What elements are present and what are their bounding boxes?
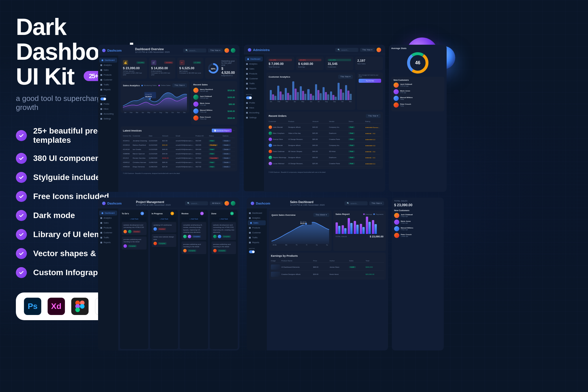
quick-sales-controls: This Week ▾ [313, 213, 329, 217]
sales-report-legend: Earnings Payments [363, 213, 383, 215]
try-it-btn[interactable]: Try it for free [359, 79, 381, 83]
recent-sales-title: Recent Sales [193, 83, 235, 86]
details-btn-4[interactable]: Details › [222, 153, 231, 155]
kanban-board: To Do's + ··· + Add Task website develop… [118, 208, 239, 350]
sidebar-reports[interactable]: Reports [98, 87, 118, 92]
dash2-stat1-badge: -11.24% [269, 59, 292, 61]
dash3-nav-sales[interactable]: Sales [98, 220, 118, 225]
dash3-nav-reports[interactable]: Reports [98, 240, 118, 245]
dash2-charts-area: Customer Analytics This Year ▾ [266, 72, 383, 110]
dash2-nav-inbox[interactable]: Inbox [244, 105, 264, 110]
dash4-search[interactable]: 🔍search... [344, 201, 368, 205]
dash4-nav-analytics[interactable]: Analytics [247, 215, 267, 220]
dash4-nav-dashboard[interactable]: Dashboard [247, 211, 267, 215]
ca-year-btn[interactable]: This Year ▾ [338, 75, 353, 79]
dash2-nav-settings[interactable]: Settings [244, 115, 264, 120]
details-btn-6[interactable]: Details › [222, 162, 231, 163]
dash1-footer: © 2020 Dashcom · Beautiful UI components… [121, 171, 237, 175]
recent-orders-table: Recent Orders This Year ▾ Customer Produ… [266, 112, 383, 169]
quick-sales-chart: Quick Sales Overview This Week ▾ [269, 211, 332, 251]
dash2-nav-reports[interactable]: Reports [244, 86, 264, 91]
details-btn-3[interactable]: Details › [222, 149, 231, 150]
add-task-review[interactable]: + Add Task [181, 217, 206, 221]
inprogress-title: In Progress [152, 213, 163, 215]
sidebar-dashboard[interactable]: Dashboard [99, 58, 117, 63]
ca-title: Customer Analytics [269, 76, 290, 78]
dash2-nav-analytics[interactable]: Analytics [244, 61, 264, 66]
new-customer-2: Marie Jones2 hrs ago [394, 89, 442, 94]
sidebar-customer[interactable]: Customer [98, 77, 118, 82]
details-btn-5[interactable]: Details › [222, 157, 231, 159]
notif-toggle[interactable] [100, 97, 106, 100]
orders-filter[interactable]: This Year ▾ [366, 114, 381, 118]
recent-sales-panel: Recent Sales Henry RashfordFew sec ago $… [191, 81, 237, 125]
dash3-nav-customer[interactable]: Customer [98, 230, 118, 235]
sales-report-bars [336, 217, 383, 234]
customer-analytics-chart: Customer Analytics This Year ▾ [266, 72, 355, 110]
dash1-year-btn[interactable]: This Year ▾ [208, 48, 223, 52]
sales-icon: 💰 [123, 60, 128, 65]
dash4-nav-reports[interactable]: Reports [247, 240, 267, 245]
this-week-btn[interactable]: This Week ▾ [313, 213, 329, 217]
sidebar-traffic[interactable]: Traffic [98, 82, 118, 87]
svg-point-4 [80, 304, 85, 309]
sidebar-settings[interactable]: Settings [98, 116, 118, 121]
dash3-nav-dashboard[interactable]: Dashboard [99, 211, 117, 215]
dash2-notif-toggle[interactable] [246, 96, 252, 99]
dash4b-customer-1: Jack Childwall2 days ago [394, 213, 441, 218]
check-icon-4 [16, 191, 27, 202]
dash2-search[interactable]: 🔍search... [335, 48, 358, 52]
dash2-nav-products[interactable]: Products [244, 71, 264, 76]
dash4-nav-sales[interactable]: Sales [248, 220, 266, 225]
dash2-nav-dashboard[interactable]: Dashboard [245, 57, 263, 61]
add-task-done[interactable]: + Add Task [211, 217, 236, 221]
sidebar-products[interactable]: Products [98, 72, 118, 77]
dash2-nav-sales[interactable]: Sales [244, 66, 264, 71]
dashboard-panel-2b: Average Stats 46 New Customers Jack Chil… [389, 45, 447, 192]
dash2-main: -11.24% $ 7,090.00 Total Revenue -28.96%… [264, 54, 385, 191]
sidebar-sales[interactable]: Sales [98, 67, 118, 72]
check-icon-5 [16, 210, 27, 221]
dash3-search[interactable]: 🔍search... [185, 201, 208, 205]
dash2-nav-accounting[interactable]: Accounting [244, 110, 264, 115]
dashboard-panel-3: Dashcom Project Management 12:15 PM at 1… [98, 198, 239, 350]
dash4-nav-products[interactable]: Products [247, 225, 267, 230]
marketing-card: 68% Marketing goal for the past year $ 4… [205, 58, 237, 79]
sidebar-accounting[interactable]: Accounting [98, 111, 118, 116]
details-btn-1[interactable]: Details › [222, 140, 231, 142]
dash4-nav-customer[interactable]: Customer [247, 230, 267, 235]
sidebar-profile[interactable]: Profile [98, 102, 118, 106]
earnings-row-2: Creative Designer eBook $29.00 Kevin Her… [271, 271, 384, 278]
dash3-nav-analytics[interactable]: Analytics [98, 215, 118, 220]
card2-avatar [123, 244, 127, 248]
dash3-nav-traffic[interactable]: Traffic [98, 235, 118, 240]
sidebar-analytics[interactable]: Analytics [98, 63, 118, 67]
dash4-notif-toggle[interactable] [249, 250, 255, 253]
details-btn-2[interactable]: Details › [222, 144, 231, 146]
dash2-sidebar: Dashboard Analytics Sales Products Custo… [244, 54, 264, 191]
dash4-year-btn[interactable]: This Year ▾ [369, 201, 384, 205]
dash2-stat2-badge: -28.96% [298, 59, 322, 61]
add-task-todo[interactable]: + Add Task [122, 217, 147, 221]
dash2-stat-2: -28.96% $ 4,660.00 Earnings [296, 57, 324, 70]
chart-year-btn[interactable]: This Year ▾ [172, 83, 187, 87]
order-row-5: Peter Goldman 3D Vector Shapes $49.00 3D… [269, 149, 381, 155]
card4-avatar [153, 242, 157, 245]
sidebar-inbox[interactable]: Inbox [98, 106, 118, 111]
dash2-nav-customer[interactable]: Customer [244, 76, 264, 81]
dash3-nav-products[interactable]: Products [98, 225, 118, 230]
dash4-nav-traffic[interactable]: Traffic [247, 235, 267, 240]
kanban-inprogress: In Progress + ··· + Add Task updating UX… [150, 210, 178, 349]
dash2-nav-traffic[interactable]: Traffic [244, 81, 264, 86]
details-btn-7[interactable]: Details › [222, 166, 231, 168]
generate-report-btn[interactable]: 📄 Generate Report [212, 129, 232, 132]
card7-avatar2 [218, 235, 221, 238]
add-task-inprogress[interactable]: + Add Task [152, 217, 177, 221]
kanban-card-7: website development and converting into … [211, 222, 236, 240]
dash2-year-btn[interactable]: This Year ▾ [360, 48, 375, 52]
sales-analytics-chart: Sales Analytics Monitoring Sales Online … [121, 81, 189, 113]
dash3-time-btn[interactable]: All time ▾ [210, 201, 223, 205]
sales-report-title: Sales Report [336, 213, 350, 215]
dash1-search[interactable]: 🔍search... [183, 48, 206, 52]
dash2-nav-profile[interactable]: Profile [244, 100, 264, 105]
